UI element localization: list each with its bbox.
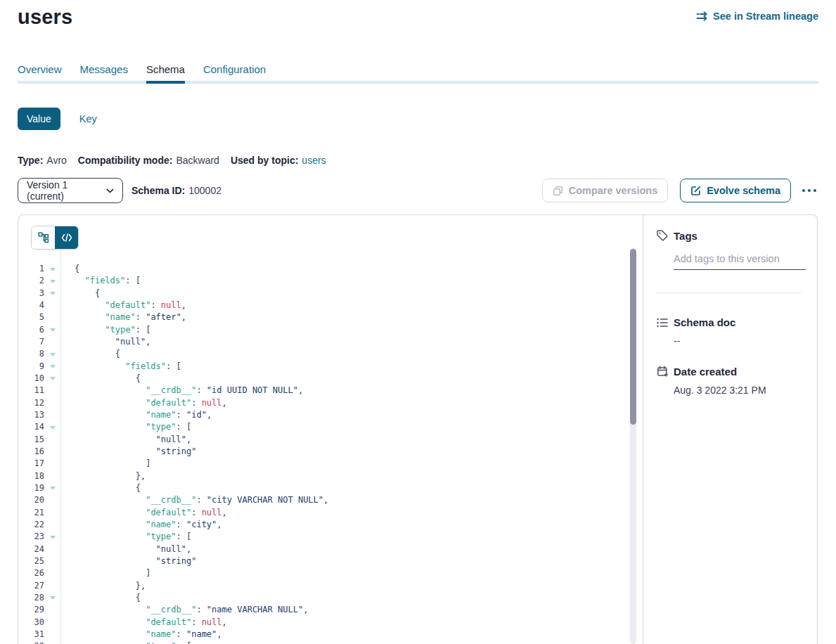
code-line: 28 { [18,592,633,604]
key-toggle-link[interactable]: Key [79,113,97,124]
meta-type: Type: Avro [18,155,67,166]
schema-id: Schema ID: 100002 [131,185,221,196]
code-line: 9 "fields": [ [18,361,633,373]
version-select[interactable]: Version 1 (current) [18,178,123,203]
code-line: 19 { [18,482,633,494]
code-content: { [75,348,120,360]
tree-view-button[interactable] [32,226,55,249]
compare-versions-button[interactable]: Compare versions [542,179,669,202]
code-line: 10 { [18,373,633,385]
copy-icon [553,186,563,196]
tab-bar: Overview Messages Schema Configuration [18,63,818,84]
schema-id-label: Schema ID: [131,185,185,196]
code-content: "null", [75,543,191,555]
line-number: 25 [18,555,44,567]
line-number: 6 [18,324,44,336]
list-icon [656,317,669,328]
code-content: "fields": [ [75,275,141,287]
evolve-schema-label: Evolve schema [707,185,780,196]
line-number: 27 [18,580,44,592]
line-number: 11 [18,385,44,397]
line-number: 31 [18,629,44,640]
code-content: { [75,263,79,275]
type-label: Type: [18,155,43,166]
lineage-link-label: See in Stream lineage [713,11,818,22]
edit-icon [690,186,701,196]
line-number: 22 [18,519,44,531]
more-options-button[interactable] [800,186,818,195]
code-line: 14 "type": [ [18,421,633,433]
page-title: users [18,6,72,29]
schema-detail-panel: 1{2 "fields": [3 {4 "default": null,5 "n… [18,214,818,644]
value-toggle-button[interactable]: Value [18,108,60,130]
code-content: "name": "after", [75,311,186,323]
code-content: "default": null, [75,397,227,409]
code-content: "type": [ [75,421,191,433]
line-number: 15 [18,434,44,446]
code-line: 11 "__crdb__": "id UUID NOT NULL", [18,385,633,397]
line-number: 19 [18,482,44,494]
line-number: 1 [18,263,44,275]
chevron-down-icon [106,188,114,193]
tags-input[interactable] [674,253,806,270]
calendar-icon [656,366,669,378]
schema-doc-section: Schema doc -- [656,316,806,347]
code-line: 17 ] [18,458,633,470]
code-line: 21 "default": null, [18,507,633,519]
schema-page: users See in Stream lineage Overview Mes… [0,0,836,644]
line-number: 5 [18,311,44,323]
schema-controls-row: Version 1 (current) Schema ID: 100002 Co… [18,178,818,203]
code-content: { [75,482,141,494]
code-line: 8 { [18,348,633,360]
tab-overview[interactable]: Overview [18,63,62,82]
code-line: 12 "default": null, [18,397,633,409]
code-editor[interactable]: 1{2 "fields": [3 {4 "default": null,5 "n… [18,248,643,644]
code-content: { [75,592,141,604]
code-line: 16 "string" [18,446,633,458]
evolve-schema-button[interactable]: Evolve schema [680,179,791,202]
line-number: 30 [18,617,44,629]
line-number: 21 [18,507,44,519]
meta-compatibility: Compatibility mode: Backward [78,155,219,166]
code-line: 29 "__crdb__": "name VARCHAR NULL", [18,604,633,616]
code-content: "fields": [ [75,361,181,373]
code-line: 13 "name": "id", [18,409,633,421]
code-content: "default": null, [75,507,227,519]
code-line: 26 ] [18,567,633,579]
date-created-value: Aug. 3 2022 3:21 PM [674,385,806,396]
tab-schema[interactable]: Schema [146,63,185,82]
editor-scrollbar-thumb[interactable] [630,249,636,425]
editor-scrollbar-track[interactable] [630,248,636,644]
code-content: }, [75,580,146,592]
sidebar-divider [656,292,802,293]
topic-link[interactable]: users [302,155,326,166]
ellipsis-icon [802,188,817,193]
code-content: { [75,373,141,385]
code-line: 30 "default": null, [18,617,633,629]
line-number: 17 [18,458,44,470]
see-in-stream-lineage-link[interactable]: See in Stream lineage [696,11,818,22]
code-content: "type": [ [75,324,150,336]
code-line: 31 "name": "name", [18,629,633,640]
line-number: 16 [18,446,44,458]
code-line: 4 "default": null, [18,300,633,311]
code-line: 2 "fields": [ [18,275,633,287]
tags-heading: Tags [674,230,697,242]
schema-sidebar: Tags Schema doc [643,215,817,644]
value-key-toggle: Value Key [18,108,97,130]
tab-messages[interactable]: Messages [80,63,128,82]
schema-doc-value: -- [674,335,806,347]
code-content: "default": null, [75,617,227,629]
code-content: }, [75,470,146,482]
schema-id-value: 100002 [188,185,221,196]
code-content: "null", [75,336,150,348]
code-line: 7 "null", [18,336,633,348]
code-view-button[interactable] [55,226,78,249]
code-line: 24 "null", [18,543,633,555]
line-number: 2 [18,275,44,287]
code-line: 23 "type": [ [18,531,633,543]
code-line: 27 }, [18,580,633,592]
line-number: 29 [18,604,44,616]
code-content: "type": [ [75,531,191,543]
tab-configuration[interactable]: Configuration [203,63,266,82]
